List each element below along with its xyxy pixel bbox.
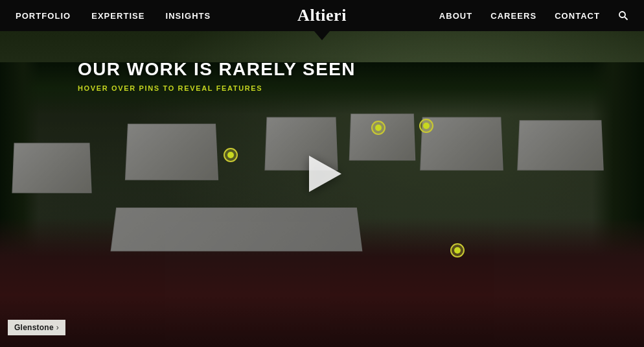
location-pin-3[interactable] xyxy=(419,119,433,133)
location-pin-2[interactable] xyxy=(371,121,385,135)
play-button[interactable] xyxy=(299,151,345,197)
hero-section: OUR WORK IS RARELY SEEN HOVER OVER PINS … xyxy=(0,0,644,347)
nav-diamond xyxy=(314,31,330,40)
location-name: Glenstone xyxy=(14,323,54,332)
nav-right: ABOUT CAREERS CONTACT xyxy=(439,10,628,21)
nav-link-insights[interactable]: INSIGHTS xyxy=(166,11,211,21)
nav-link-portfolio[interactable]: PORTFOLIO xyxy=(16,11,71,21)
hero-text-block: OUR WORK IS RARELY SEEN HOVER OVER PINS … xyxy=(78,58,356,92)
nav-link-expertise[interactable]: EXPERTISE xyxy=(91,11,144,21)
nav-left: PORTFOLIO EXPERTISE INSIGHTS xyxy=(16,11,211,21)
location-arrow: › xyxy=(56,323,59,332)
hero-title: OUR WORK IS RARELY SEEN xyxy=(78,58,356,80)
dark-overlay xyxy=(0,62,644,347)
brand-logo[interactable]: Altieri xyxy=(297,6,347,25)
nav-link-contact[interactable]: CONTACT xyxy=(555,11,600,21)
location-label[interactable]: Glenstone › xyxy=(8,320,65,335)
location-pin-4[interactable] xyxy=(450,243,465,257)
svg-line-1 xyxy=(625,17,628,20)
hero-subtitle: HOVER OVER PINS TO REVEAL FEATURES xyxy=(78,84,356,92)
play-icon xyxy=(309,156,341,192)
nav-link-about[interactable]: ABOUT xyxy=(439,11,472,21)
nav-link-careers[interactable]: CAREERS xyxy=(490,11,536,21)
search-icon[interactable] xyxy=(618,10,628,21)
svg-point-0 xyxy=(619,12,625,18)
location-pin-1[interactable] xyxy=(224,148,238,162)
navbar: PORTFOLIO EXPERTISE INSIGHTS Altieri ABO… xyxy=(0,0,644,31)
